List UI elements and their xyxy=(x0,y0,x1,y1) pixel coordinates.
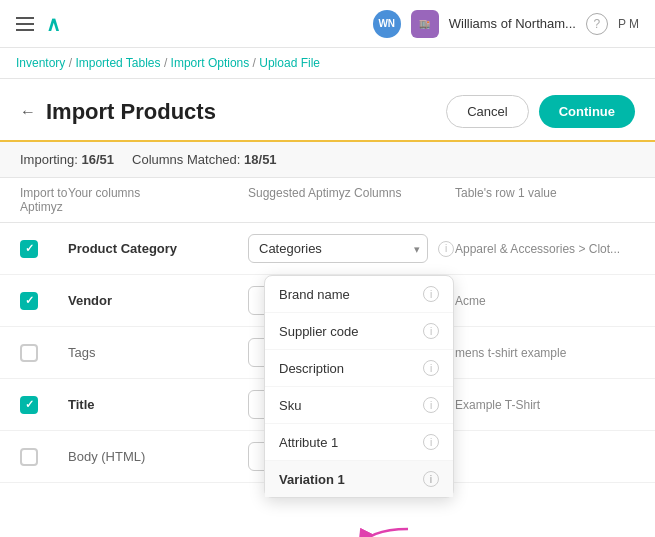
row-label-vendor: Vendor xyxy=(68,293,248,308)
continue-button[interactable]: Continue xyxy=(539,95,635,128)
checkbox-product-category[interactable] xyxy=(20,240,38,258)
top-bar-left: ∧ xyxy=(16,12,61,36)
select-wrapper-product-category: Categories ▾ xyxy=(248,234,428,263)
top-bar-right: WN 🏬 Williams of Northam... ? P M xyxy=(373,10,639,38)
help-icon[interactable]: ? xyxy=(586,13,608,35)
matched-value: 18/51 xyxy=(244,152,277,167)
checkbox-title[interactable] xyxy=(20,396,38,414)
row-label-tags: Tags xyxy=(68,345,248,360)
col-header-import: Import to Aptimyz xyxy=(20,186,68,214)
dropdown-item-sku[interactable]: Sku i xyxy=(265,387,453,424)
checkbox-tags[interactable] xyxy=(20,344,38,362)
row-label-title: Title xyxy=(68,397,248,412)
breadcrumb: Inventory / Imported Tables / Import Opt… xyxy=(0,48,655,79)
breadcrumb-upload-file[interactable]: Upload File xyxy=(259,56,320,70)
row-value-title: Example T-Shirt xyxy=(455,398,635,412)
info-icon-sku[interactable]: i xyxy=(423,397,439,413)
logo: ∧ xyxy=(46,12,61,36)
dropdown-label: Description xyxy=(279,361,344,376)
user-initials: P M xyxy=(618,17,639,31)
summary-bar: Importing: 16/51 Columns Matched: 18/51 xyxy=(0,142,655,178)
page-header-left: ← Import Products xyxy=(20,99,216,125)
checkbox-vendor[interactable] xyxy=(20,292,38,310)
dropdown-label: Supplier code xyxy=(279,324,359,339)
back-arrow[interactable]: ← xyxy=(20,103,36,121)
col-header-row-value: Table's row 1 value xyxy=(455,186,635,214)
cancel-button[interactable]: Cancel xyxy=(446,95,528,128)
col-header-suggested: Suggested Aptimyz Columns xyxy=(248,186,455,214)
avatar: WN xyxy=(373,10,401,38)
pink-arrow-indicator xyxy=(348,519,428,537)
dropdown-label: Sku xyxy=(279,398,301,413)
page-header: ← Import Products Cancel Continue xyxy=(0,79,655,142)
dropdown-item-brand-name[interactable]: Brand name i xyxy=(265,276,453,313)
breadcrumb-inventory[interactable]: Inventory xyxy=(16,56,65,70)
info-icon-attribute1[interactable]: i xyxy=(423,434,439,450)
table-row: Product Category Categories ▾ i Apparel … xyxy=(0,223,655,275)
row-value-vendor: Acme xyxy=(455,294,635,308)
breadcrumb-import-options[interactable]: Import Options xyxy=(171,56,250,70)
dropdown-label: Brand name xyxy=(279,287,350,302)
table-column-headers: Import to Aptimyz Your columns Suggested… xyxy=(0,178,655,223)
info-icon-description[interactable]: i xyxy=(423,360,439,376)
dropdown-item-variation1[interactable]: Variation 1 i xyxy=(265,461,453,497)
row-select-col: Categories ▾ i xyxy=(248,234,455,263)
info-icon-supplier-code[interactable]: i xyxy=(423,323,439,339)
info-icon-variation1[interactable]: i xyxy=(423,471,439,487)
info-icon-brand-name[interactable]: i xyxy=(423,286,439,302)
row-label-body-html: Body (HTML) xyxy=(68,449,248,464)
menu-button[interactable] xyxy=(16,17,34,31)
row-value-product-category: Apparel & Accessories > Clot... xyxy=(455,242,635,256)
page-title: Import Products xyxy=(46,99,216,125)
col-header-your-cols: Your columns xyxy=(68,186,248,214)
dropdown-label: Attribute 1 xyxy=(279,435,338,450)
dropdown-item-attribute1[interactable]: Attribute 1 i xyxy=(265,424,453,461)
breadcrumb-imported-tables[interactable]: Imported Tables xyxy=(75,56,160,70)
row-label-product-category: Product Category xyxy=(68,241,248,256)
select-product-category[interactable]: Categories xyxy=(248,234,428,263)
shop-badge: 🏬 xyxy=(411,10,439,38)
store-name: Williams of Northam... xyxy=(449,16,576,31)
info-icon-product-category[interactable]: i xyxy=(438,241,454,257)
header-buttons: Cancel Continue xyxy=(446,95,635,128)
top-bar: ∧ WN 🏬 Williams of Northam... ? P M xyxy=(0,0,655,48)
dropdown-item-description[interactable]: Description i xyxy=(265,350,453,387)
importing-label: Importing: xyxy=(20,152,78,167)
dropdown-item-supplier-code[interactable]: Supplier code i xyxy=(265,313,453,350)
checkbox-body-html[interactable] xyxy=(20,448,38,466)
matched-label: Columns Matched: xyxy=(132,152,240,167)
dropdown-overlay: Brand name i Supplier code i Description… xyxy=(264,275,454,498)
content-area: Product Category Categories ▾ i Apparel … xyxy=(0,223,655,537)
dropdown-label: Variation 1 xyxy=(279,472,345,487)
row-value-tags: mens t-shirt example xyxy=(455,346,635,360)
importing-value: 16/51 xyxy=(81,152,114,167)
